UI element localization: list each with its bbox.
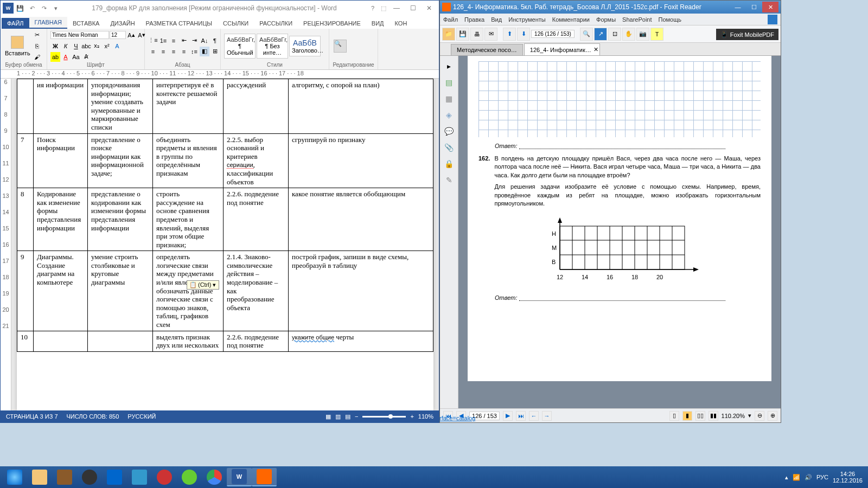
grow-font-icon[interactable]: A▴ <box>126 30 136 40</box>
vertical-ruler[interactable]: 6 7 8 9 10 11 12 13 14 15 16 17 18 19 20… <box>1 79 11 410</box>
minimize-button[interactable]: — <box>389 3 404 14</box>
indent-inc-icon[interactable]: ⇥ <box>189 36 199 46</box>
redo-icon[interactable]: ↷ <box>39 3 49 14</box>
facing-icon[interactable]: ▯▯ <box>695 411 705 421</box>
status-words[interactable]: ЧИСЛО СЛОВ: 850 <box>67 413 119 420</box>
tab-view[interactable]: ВИД <box>366 18 390 29</box>
help-icon[interactable]: ? <box>367 3 378 14</box>
last-page-icon[interactable]: ⏭ <box>516 411 526 421</box>
subscript-button[interactable]: x₂ <box>92 41 101 51</box>
multilevel-icon[interactable]: ≡ <box>169 36 178 46</box>
underline-button[interactable]: Ч <box>71 41 81 51</box>
open-icon[interactable]: 📁 <box>442 28 455 41</box>
next-page-icon[interactable]: ⬇ <box>517 28 530 41</box>
zoom-in-icon[interactable]: ⊕ <box>768 411 777 421</box>
save-icon[interactable]: 💾 <box>15 3 25 14</box>
shading-icon[interactable]: ◧ <box>200 47 209 56</box>
view-print-icon[interactable]: ▥ <box>335 413 341 420</box>
zoom-slider[interactable] <box>362 416 406 418</box>
undo-icon[interactable]: ↶ <box>27 3 37 14</box>
sign-icon[interactable]: ✎ <box>442 173 456 187</box>
style-no-spacing[interactable]: АаБбВвГг,¶ Без инте… <box>257 34 288 59</box>
highlight-icon[interactable]: ab <box>50 52 60 62</box>
zoom-value[interactable]: 110.20% <box>722 413 745 419</box>
zoom-out-icon[interactable]: − <box>355 413 358 420</box>
email-icon[interactable]: ✉ <box>484 28 497 41</box>
justify-icon[interactable]: ≡ <box>179 47 189 56</box>
horizontal-ruler[interactable]: 1 · · · 2 · · · 3 · · · 4 · · · 5 · · · … <box>1 70 439 79</box>
menu-edit[interactable]: Правка <box>464 16 484 23</box>
fx-maximize-button[interactable]: ☐ <box>746 2 762 12</box>
clear-format-icon[interactable]: A̷ <box>81 52 91 62</box>
highlight-icon[interactable]: T <box>650 28 663 41</box>
menu-sharepoint[interactable]: SharePoint <box>622 16 652 23</box>
lang-indicator[interactable]: РУС <box>816 474 828 480</box>
change-case-icon[interactable]: Aa <box>71 52 81 62</box>
status-lang[interactable]: РУССКИЙ <box>127 413 156 420</box>
share-icon[interactable]: ↗ <box>594 28 607 41</box>
clock[interactable]: 14:26 12.12.2016 <box>833 471 863 484</box>
select-icon[interactable]: ⊡ <box>608 28 621 41</box>
status-page[interactable]: СТРАНИЦА 3 ИЗ 7 <box>6 413 58 420</box>
bullets-icon[interactable]: ⋮≡ <box>148 36 158 46</box>
zoom-in-icon[interactable]: + <box>410 413 413 420</box>
app4-icon[interactable] <box>127 468 152 486</box>
copy-icon[interactable]: ⎘ <box>33 41 42 51</box>
pdf-viewport[interactable]: Ответ: 162. В полдень на детскую площадк… <box>458 56 781 408</box>
italic-button[interactable]: К <box>61 41 71 51</box>
align-left-icon[interactable]: ≡ <box>148 47 158 56</box>
doc-tab[interactable]: 126_4- Информатик…✕ <box>524 43 600 55</box>
tray-up-icon[interactable]: ▴ <box>785 474 788 481</box>
tab-insert[interactable]: ВСТАВКА <box>67 18 105 29</box>
sort-icon[interactable]: A↓ <box>200 36 209 46</box>
strike-button[interactable]: abc <box>81 41 91 51</box>
tab-references[interactable]: ССЫЛКИ <box>218 18 254 29</box>
app2-icon[interactable] <box>77 468 102 486</box>
attachments-icon[interactable]: 📎 <box>442 140 456 155</box>
cut-icon[interactable]: ✂ <box>33 30 42 40</box>
numbering-icon[interactable]: 1≡ <box>158 36 168 46</box>
prev-page-icon[interactable]: ⬆ <box>503 28 516 41</box>
foxit-taskbar-icon[interactable] <box>252 468 277 486</box>
paste-button[interactable]: Вставить <box>4 35 31 57</box>
font-color-icon[interactable]: A <box>61 52 71 62</box>
app1-icon[interactable] <box>52 468 77 486</box>
pages-icon[interactable]: ▦ <box>442 92 456 106</box>
line-spacing-icon[interactable]: ↕≡ <box>189 47 199 56</box>
bookmarks-icon[interactable]: ▤ <box>442 75 456 89</box>
align-center-icon[interactable]: ≡ <box>158 47 168 56</box>
qat-dropdown-icon[interactable]: ▾ <box>50 3 61 14</box>
print-icon[interactable]: 🖶 <box>470 28 483 41</box>
tab-file[interactable]: ФАЙЛ <box>2 18 29 29</box>
indent-dec-icon[interactable]: ⇤ <box>179 36 189 46</box>
font-size-select[interactable]: 12 <box>110 31 126 39</box>
hand-icon[interactable]: ✋ <box>622 28 635 41</box>
align-right-icon[interactable]: ≡ <box>169 47 178 56</box>
font-name-select[interactable]: Times New Roman <box>50 31 109 39</box>
menu-forms[interactable]: Формы <box>596 16 616 23</box>
tab-home[interactable]: ГЛАВНАЯ <box>29 17 67 29</box>
save-icon[interactable]: 💾 <box>456 28 469 41</box>
zoom-dropdown-icon[interactable]: ▾ <box>748 412 751 419</box>
tab-design[interactable]: ДИЗАЙН <box>105 18 140 29</box>
document-table[interactable]: ия информацииупорядочивания информации; … <box>17 79 433 352</box>
tab-mailings[interactable]: РАССЫЛКИ <box>254 18 298 29</box>
maximize-button[interactable]: ☐ <box>405 3 420 14</box>
style-normal[interactable]: АаБбВвГг,¶ Обычный <box>224 34 256 59</box>
text-effects-icon[interactable]: A <box>112 41 122 51</box>
view-web-icon[interactable]: ▤ <box>345 413 350 420</box>
tab-review[interactable]: РЕЦЕНЗИРОВАНИЕ <box>298 18 366 29</box>
back-icon[interactable]: ← <box>529 411 539 421</box>
power-icon[interactable] <box>152 468 177 486</box>
expand-icon[interactable]: ▸ <box>442 59 456 73</box>
style-heading[interactable]: АаБбВЗаголово… <box>289 36 321 56</box>
menu-help[interactable]: Помощь <box>659 16 682 23</box>
menu-comments[interactable]: Комментарии <box>552 16 590 23</box>
cont-facing-icon[interactable]: ▮▮ <box>709 411 718 421</box>
format-painter-icon[interactable]: 🖌 <box>33 52 42 62</box>
zoom-value[interactable]: 110% <box>418 413 433 420</box>
paste-options-tooltip[interactable]: 📋(Ctrl) ▾ <box>187 280 219 290</box>
fx-minimize-button[interactable]: — <box>730 2 746 12</box>
forward-icon[interactable]: → <box>542 411 552 421</box>
show-marks-icon[interactable]: ¶ <box>210 36 220 46</box>
